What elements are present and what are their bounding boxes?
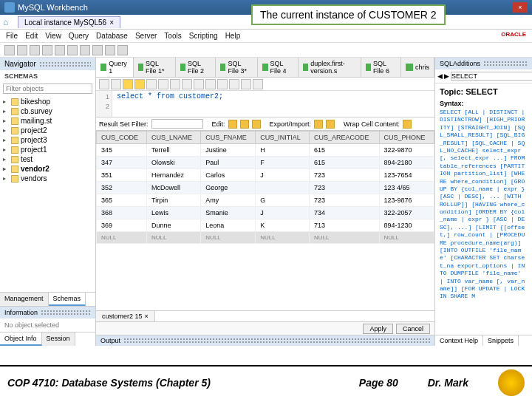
wrap-cell-icon[interactable] [403, 120, 412, 129]
menu-help[interactable]: Help [225, 32, 241, 40]
query-tab[interactable]: SQL File 4 [258, 58, 298, 77]
open-file-icon[interactable] [17, 45, 27, 55]
save-icon[interactable] [111, 79, 121, 89]
action-bar: Apply Cancel [96, 321, 434, 335]
sql-tab-icon[interactable] [30, 45, 40, 55]
tab-snippets[interactable]: Snippets [483, 335, 519, 346]
tab-object-info[interactable]: Object Info [0, 332, 42, 346]
new-sql-icon[interactable] [4, 45, 15, 55]
menu-database[interactable]: Database [96, 32, 128, 40]
explain-icon[interactable] [146, 79, 157, 89]
sql-file-icon [100, 64, 106, 71]
client-conn-icon[interactable] [55, 45, 65, 55]
edit-label: Edit: [212, 120, 225, 128]
query-tab[interactable]: SQL File 2 [176, 58, 216, 77]
menu-edit[interactable]: Edit [25, 32, 38, 40]
invisible-icon[interactable] [241, 79, 251, 89]
table-row[interactable]: 351HernandezCarlosJ723123-7654 [97, 169, 434, 182]
table-row-null[interactable]: NULLNULLNULLNULLNULLNULL [97, 232, 434, 244]
db-icon [11, 108, 18, 115]
status-vars-icon[interactable] [80, 45, 90, 55]
export-icon[interactable] [314, 120, 323, 129]
commit-icon[interactable] [170, 79, 180, 89]
execute-current-icon[interactable] [134, 79, 145, 89]
stop-icon[interactable] [158, 79, 168, 89]
oracle-brand: ORACLE [501, 31, 526, 38]
result-filter-input[interactable] [151, 119, 203, 129]
nav-back-icon[interactable]: ◀ [437, 72, 443, 80]
menu-query[interactable]: Query [69, 32, 89, 40]
delete-row-icon[interactable] [252, 120, 261, 129]
execute-icon[interactable] [123, 79, 133, 89]
menu-tools[interactable]: Tools [164, 32, 181, 40]
nav-fwd-icon[interactable]: ▶ [444, 72, 449, 80]
result-grid[interactable]: CUS_CODE CUS_LNAME CUS_FNAME CUS_INITIAL… [96, 131, 434, 310]
menu-view[interactable]: View [45, 32, 61, 40]
help-search-input[interactable] [451, 72, 532, 81]
beautify-icon[interactable] [217, 79, 228, 89]
data-export-icon[interactable] [92, 45, 103, 55]
nav-tab-schemas[interactable]: Schemas [49, 293, 86, 306]
instance-icon[interactable] [117, 45, 128, 55]
sql-file-icon [180, 64, 185, 71]
sql-text[interactable]: select * from customer2; [112, 91, 434, 117]
col-header[interactable]: CUS_FNAME [201, 132, 256, 144]
query-tab[interactable]: SQL File 3* [216, 58, 258, 77]
col-header[interactable]: CUS_AREACODE [310, 132, 379, 144]
find-icon[interactable] [229, 79, 239, 89]
table-row[interactable]: 345TerrellJustineH615322-9870 [97, 144, 434, 157]
close-icon[interactable]: × [145, 313, 149, 320]
col-header[interactable]: CUS_INITIAL [256, 132, 310, 144]
tab-context-help[interactable]: Context Help [435, 335, 483, 346]
connection-tab[interactable]: Local instance MySQL56 × [18, 16, 120, 28]
col-header[interactable]: CUS_LNAME [146, 132, 200, 144]
query-tab[interactable]: SQL File 1* [134, 58, 176, 77]
query-tab[interactable]: Query 1 [96, 58, 134, 77]
table-row[interactable]: 369DunneLeonaK713894-1230 [97, 219, 434, 232]
annotation-callout: The current instance of CUSTOMER 2 [251, 4, 446, 25]
close-icon[interactable]: × [109, 18, 114, 27]
result-tab[interactable]: customer2 15 × [96, 311, 155, 321]
information-body: No object selected [0, 318, 95, 332]
menu-server[interactable]: Server [135, 32, 157, 40]
apply-button[interactable]: Apply [363, 324, 393, 334]
add-row-icon[interactable] [240, 120, 249, 129]
sql-file-icon [406, 64, 413, 71]
syntax-label: Syntax: [440, 100, 464, 107]
navigator-header: Navigator [0, 58, 95, 70]
rollback-icon[interactable] [182, 79, 192, 89]
schemas-label: SCHEMAS [0, 70, 95, 82]
query-tab[interactable]: duplex.first-version.s [299, 58, 361, 77]
tab-session[interactable]: Session [42, 332, 75, 346]
edit-icon[interactable] [228, 120, 237, 129]
import-icon[interactable] [326, 120, 335, 129]
col-header[interactable]: CUS_CODE [97, 132, 147, 144]
table-row[interactable]: 347OlowskiPaulF615894-2180 [97, 157, 434, 169]
table-row[interactable]: 365TirpinAmyG723123-9876 [97, 194, 434, 207]
schema-tree[interactable]: ▸bikeshop ▸cb.survey ▸mailing.st ▸projec… [0, 95, 95, 292]
sql-file-icon [366, 64, 371, 71]
query-tab[interactable]: SQL File 6 [361, 58, 401, 77]
data-import-icon[interactable] [105, 45, 115, 55]
open-icon[interactable] [99, 79, 109, 89]
table-row[interactable]: 368LewisSmanieJ734322-2057 [97, 207, 434, 219]
close-button[interactable]: × [513, 2, 528, 13]
home-icon[interactable]: ⌂ [3, 17, 13, 27]
sql-editor[interactable]: 1 2 select * from customer2; [96, 91, 434, 117]
autocommit-icon[interactable] [194, 79, 204, 89]
export-label: Export/Import: [270, 120, 312, 128]
users-icon[interactable] [67, 45, 78, 55]
query-tab[interactable]: chris [401, 58, 434, 77]
wrap-icon[interactable] [253, 79, 263, 89]
menu-file[interactable]: File [6, 32, 18, 40]
sql-additions-title: SQLAdditions [440, 60, 480, 67]
server-status-icon[interactable] [42, 45, 52, 55]
limit-icon[interactable] [205, 79, 216, 89]
schema-filter-input[interactable] [3, 83, 92, 94]
main-toolbar [0, 43, 532, 58]
nav-tab-management[interactable]: Management [0, 293, 49, 306]
menu-scripting[interactable]: Scripting [189, 32, 218, 40]
table-row[interactable]: 352McDowellGeorge723123 4/65 [97, 182, 434, 194]
col-header[interactable]: CUS_PHONE [379, 132, 434, 144]
cancel-button[interactable]: Cancel [396, 324, 430, 334]
